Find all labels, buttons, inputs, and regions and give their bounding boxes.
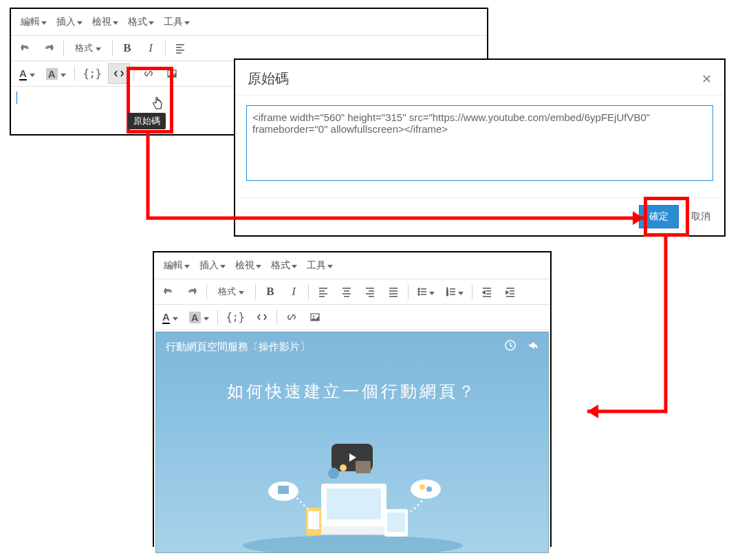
format-select[interactable]: 格式 [67,38,109,58]
menu-edit[interactable]: 編輯 [17,13,51,31]
video-title: 行動網頁空間服務〔操作影片〕 [166,341,310,354]
align-left-button-2[interactable] [312,281,334,302]
menu-view[interactable]: 檢視 [88,13,122,31]
svg-point-50 [243,535,463,552]
menu-tools[interactable]: 工具 [160,13,194,31]
align-center-button-2[interactable] [336,281,358,302]
menubar-2: 編輯 插入 檢視 格式 工具 [154,252,550,279]
svg-marker-45 [506,291,508,294]
dialog-close-button[interactable]: ✕ [701,72,712,87]
video-illustration [156,446,550,552]
format-select-2[interactable]: 格式 [210,281,252,302]
redo-button-2[interactable] [181,281,203,302]
editor-result: 編輯 插入 檢視 格式 工具 格式 B I 123 A A {;} [153,251,552,547]
svg-rect-59 [278,486,289,494]
bg-color-button-2[interactable]: A [184,307,214,327]
template-button-2[interactable]: {;} [221,307,250,327]
italic-button[interactable]: I [140,38,162,58]
cancel-button[interactable]: 取消 [686,206,716,227]
source-code-button[interactable] [108,63,130,84]
svg-point-47 [313,316,314,317]
image-button-2[interactable] [304,307,326,327]
number-list-button-2[interactable]: 123 [441,281,468,302]
bullet-list-button-2[interactable] [412,281,439,302]
link-button[interactable] [138,63,160,84]
embedded-video[interactable]: 行動網頁空間服務〔操作影片〕 如何快速建立一個行動網頁？ [155,332,549,553]
undo-button[interactable] [14,38,36,58]
svg-rect-57 [387,513,405,532]
menu-tools-2[interactable]: 工具 [303,257,337,274]
editor-content-2[interactable]: 行動網頁空間服務〔操作影片〕 如何快速建立一個行動網頁？ [154,330,550,554]
bold-button[interactable]: B [116,38,138,58]
outdent-button-2[interactable] [476,281,498,302]
svg-marker-7 [587,405,598,418]
svg-marker-40 [483,291,485,294]
share-icon[interactable] [526,339,538,354]
align-justify-button-2[interactable] [382,281,404,302]
template-button[interactable]: {;} [78,63,107,84]
toolbar2-row2: A A {;} [154,305,550,330]
italic-button-2[interactable]: I [283,281,305,302]
source-code-textarea[interactable] [246,105,713,181]
svg-rect-65 [356,461,371,473]
svg-point-24 [418,288,420,290]
toolbar2-row1: 格式 B I 123 [154,279,550,305]
svg-point-5 [170,72,171,74]
redo-button[interactable] [38,38,60,58]
text-color-button[interactable]: A [14,63,40,84]
text-cursor [17,91,17,104]
menu-edit-2[interactable]: 編輯 [160,257,194,274]
image-button[interactable] [161,63,183,84]
text-color-button-2[interactable]: A [157,307,183,327]
undo-button-2[interactable] [157,281,179,302]
link-button-2[interactable] [281,307,303,327]
source-code-dialog: 原始碼 ✕ 確定 取消 [234,58,726,237]
svg-point-28 [418,294,420,295]
align-right-button-2[interactable] [359,281,381,302]
tooltip-source-code: 原始碼 [128,113,166,129]
svg-point-26 [418,291,420,292]
menu-format[interactable]: 格式 [124,13,158,31]
menu-insert[interactable]: 插入 [52,13,87,31]
menu-view-2[interactable]: 檢視 [231,257,265,274]
svg-point-64 [340,464,347,471]
cursor-hand-icon [151,96,164,115]
align-left-button[interactable] [169,38,191,58]
caret-icon [41,17,47,28]
watch-later-icon[interactable] [504,339,516,354]
menubar: 編輯 插入 檢視 格式 工具 [11,9,487,35]
svg-rect-52 [327,488,381,519]
bg-color-button[interactable]: A [41,63,71,84]
ok-button[interactable]: 確定 [639,205,679,228]
bold-button-2[interactable]: B [259,281,281,302]
menu-format-2[interactable]: 格式 [267,257,301,274]
toolbar-row1: 格式 B I [11,35,487,61]
menu-insert-2[interactable]: 插入 [195,257,230,274]
svg-rect-55 [308,511,319,529]
svg-point-63 [328,468,339,479]
svg-point-62 [426,486,432,492]
source-code-button-2[interactable] [251,307,273,327]
svg-point-61 [420,484,425,490]
dialog-title: 原始碼 [248,69,289,88]
svg-text:3: 3 [446,292,448,297]
svg-rect-53 [311,526,397,535]
video-caption: 如何快速建立一個行動網頁？ [156,380,548,402]
indent-button-2[interactable] [499,281,521,302]
svg-point-60 [411,480,441,499]
